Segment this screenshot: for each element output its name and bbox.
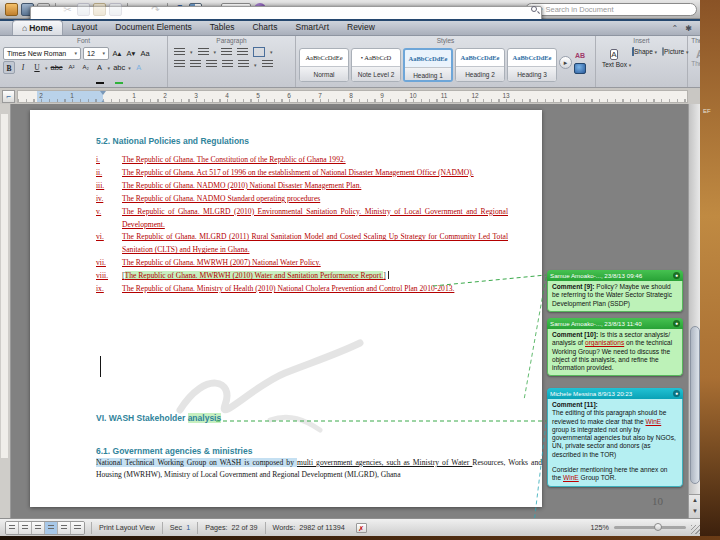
sort-icon[interactable]	[262, 60, 273, 69]
style-heading-1[interactable]: AaBbCcDdEeHeading 1	[403, 48, 453, 82]
zoom-slider[interactable]	[614, 526, 686, 529]
tab-review[interactable]: Review	[338, 20, 384, 35]
bullets-icon[interactable]	[174, 48, 185, 57]
scrollbar-thumb[interactable]	[690, 326, 700, 484]
style-guides-icon[interactable]	[574, 63, 586, 74]
decrease-indent-icon[interactable]	[221, 48, 232, 57]
tab-stop-selector[interactable]: ⌐	[2, 90, 15, 103]
style-sample: AaBbCcDdEe	[456, 49, 504, 66]
align-right-icon[interactable]	[206, 60, 217, 69]
comment-bubble-9[interactable]: Samue Amoako-..., 23/8/13 09:46●Comment …	[547, 270, 683, 312]
more-styles-button[interactable]: ▸	[559, 56, 572, 69]
tab-charts[interactable]: Charts	[243, 20, 286, 35]
paragraph-highlighted-text: National Technical Working Group on WASH…	[96, 458, 297, 467]
comment-bubble-10[interactable]: Samue Amoako-..., 23/8/13 11:40●Comment …	[547, 318, 683, 376]
align-left-icon[interactable]	[174, 60, 185, 69]
reference-item[interactable]: iii.The Republic of Ghana. NADMO (2010) …	[96, 180, 508, 193]
manage-styles-icon[interactable]: AB	[574, 50, 586, 61]
section-heading: 5.2. National Policies and Regulations	[96, 136, 249, 146]
view-print-layout-button[interactable]	[45, 522, 58, 534]
section-indicator[interactable]: Sec 1	[162, 522, 197, 534]
subscript-button[interactable]: A₂	[80, 61, 92, 74]
font-family-select[interactable]: Times New Roman▾	[3, 47, 81, 60]
font-size-select[interactable]: 12▾	[83, 47, 109, 60]
style-heading-2[interactable]: AaBbCcDdEeHeading 2	[455, 48, 505, 82]
resize-grip[interactable]	[691, 525, 700, 534]
align-center-icon[interactable]	[190, 60, 201, 69]
ruler-number: 13	[502, 92, 509, 99]
bold-button[interactable]: B	[3, 61, 15, 74]
justify-icon[interactable]	[222, 60, 233, 69]
comment-author-timestamp: Samue Amoako-..., 23/8/13 11:40	[550, 320, 642, 327]
search-icon	[531, 6, 537, 12]
comment-bubble-11[interactable]: Michele Messina 8/9/13 20:23●Comment [11…	[547, 388, 683, 487]
reference-text: The Republic of Ghana. NADMO (2010) Nati…	[122, 180, 508, 193]
reference-item[interactable]: vii.The Republic of Ghana. MWRWH (2007) …	[96, 257, 508, 270]
ruler-number: 6	[287, 92, 291, 99]
reference-item[interactable]: i.The Republic of Ghana. The Constitutio…	[96, 154, 508, 167]
insert-picture-button[interactable]: Picture ▾	[662, 48, 686, 55]
reference-item[interactable]: iv.The Republic of Ghana. NADMO Standard…	[96, 193, 508, 206]
view-draft-button[interactable]	[6, 522, 19, 534]
view-outline-button[interactable]	[19, 522, 32, 534]
background-artifact-text: EF	[703, 108, 711, 114]
borders-icon[interactable]	[253, 47, 265, 57]
ruler-number: 2	[39, 92, 43, 99]
tab-layout[interactable]: Layout	[63, 20, 107, 35]
open-icon[interactable]	[5, 3, 18, 16]
grow-font-button[interactable]: A▴	[111, 47, 123, 60]
style-normal[interactable]: AaBbCcDdEeNormal	[299, 48, 349, 82]
ribbon-gear-icon[interactable]: ✱	[685, 24, 692, 33]
ruler-number: 8	[349, 92, 353, 99]
reference-item[interactable]: ix.The Republic of Ghana. Ministry of He…	[96, 283, 508, 296]
text-effects-button[interactable]: A	[133, 61, 145, 74]
comment-collapse-button[interactable]: ●	[673, 320, 680, 327]
reference-item[interactable]: vi.The Republic of Ghana. MLGRD (2011) R…	[96, 231, 508, 257]
comment-collapse-button[interactable]: ●	[673, 272, 680, 279]
tab-home[interactable]: ⌂Home	[12, 20, 63, 35]
numbering-icon[interactable]	[198, 48, 209, 57]
pages-indicator[interactable]: Pages: 22 of 39	[197, 522, 264, 534]
tab-document-elements[interactable]: Document Elements	[106, 20, 201, 35]
tab-tables[interactable]: Tables	[201, 20, 244, 35]
spelling-status-icon[interactable]: ✗	[356, 523, 367, 533]
collapse-ribbon-icon[interactable]: ⌃	[672, 24, 679, 33]
view-publishing-button[interactable]	[32, 522, 45, 534]
increase-indent-icon[interactable]	[237, 48, 248, 57]
reference-text: The Republic of Ghana. NADMO Standard op…	[122, 193, 508, 206]
search-input[interactable]: ▾ Search in Document	[525, 3, 697, 16]
style-heading-3[interactable]: AaBbCcDdEeHeading 3	[507, 48, 557, 82]
view-notebook-button[interactable]	[58, 522, 71, 534]
line-spacing-icon[interactable]	[238, 60, 249, 69]
document-page[interactable]: 5.2. National Policies and Regulations i…	[30, 110, 542, 507]
body-paragraph[interactable]: National Technical Working Group on WASH…	[96, 457, 542, 481]
strikethrough-button[interactable]: abc	[50, 61, 64, 74]
indent-markers[interactable]	[100, 91, 107, 103]
comment-collapse-button[interactable]: ●	[673, 390, 680, 397]
reference-item[interactable]: viii.[The Republic of Ghana. MWRWH (2010…	[96, 270, 508, 283]
insert-shape-button[interactable]: Shape ▾	[632, 48, 656, 55]
italic-button[interactable]: I	[17, 61, 29, 74]
change-case-button[interactable]: Aa	[139, 47, 151, 60]
ruler-row: ⌐ 2112345678910111213	[0, 88, 702, 104]
reference-list: i.The Republic of Ghana. The Constitutio…	[96, 154, 508, 296]
style-name: Normal	[300, 66, 348, 81]
superscript-button[interactable]: A²	[66, 61, 78, 74]
vertical-ruler[interactable]	[0, 104, 11, 518]
ruler-ticks	[18, 99, 687, 102]
insert-textbox-button[interactable]: A Text Box ▾	[602, 48, 626, 68]
word-count-indicator[interactable]: Words: 2982 of 11394	[265, 522, 352, 534]
underline-button[interactable]: U	[31, 61, 43, 74]
shrink-font-button[interactable]: A▾	[125, 47, 137, 60]
highlight-color-button[interactable]: abc	[112, 61, 126, 74]
reference-item[interactable]: ii.The Republic of Ghana. Act 517 of 199…	[96, 167, 508, 180]
reference-item[interactable]: v.The Republic of Ghana. MLGRD (2010) En…	[96, 206, 508, 232]
view-fullscreen-button[interactable]	[71, 522, 84, 534]
horizontal-ruler[interactable]: 2112345678910111213	[17, 90, 688, 103]
ruler-number: 3	[194, 92, 198, 99]
zoom-slider-thumb[interactable]	[654, 523, 662, 531]
font-color-button[interactable]: A	[94, 61, 106, 74]
tab-smartart[interactable]: SmartArt	[286, 20, 338, 35]
style-note-level-2[interactable]: • AaBbCcDNote Level 2	[351, 48, 401, 82]
reference-text: The Republic of Ghana. MLGRD (2010) Envi…	[122, 206, 508, 232]
